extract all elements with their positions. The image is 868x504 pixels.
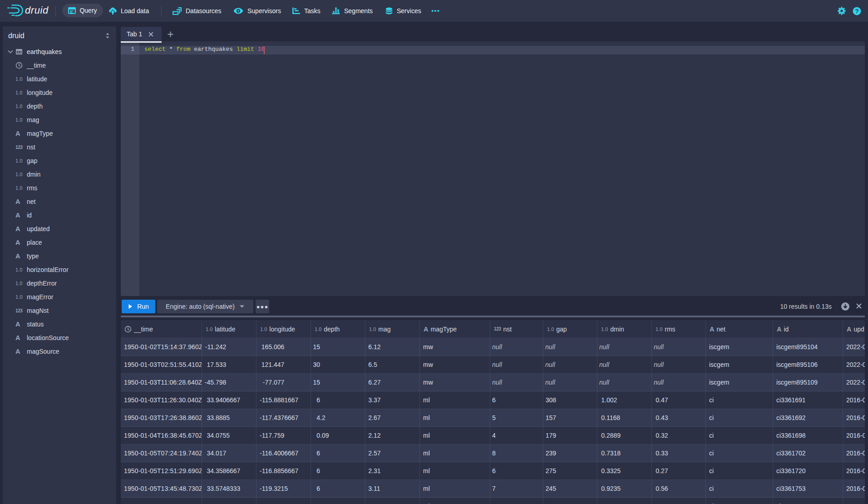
svg-text:?: ? (855, 8, 858, 15)
